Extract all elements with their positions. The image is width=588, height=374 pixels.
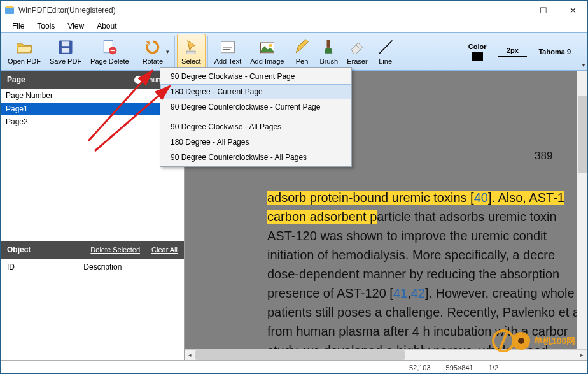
brush-label: Brush: [319, 57, 338, 65]
scrollbar-track[interactable]: [195, 350, 577, 361]
rotate-dropdown-arrow[interactable]: ▾: [166, 48, 172, 55]
rotate-180-all[interactable]: 180 Degree - All Pages: [160, 134, 351, 150]
rotate-90cw-current[interactable]: 90 Degree Clockwise - Current Page: [160, 69, 351, 84]
svg-rect-7: [111, 50, 115, 51]
menu-tools[interactable]: Tools: [31, 20, 61, 32]
rotate-90cw-all[interactable]: 90 Degree Clockwise - All Pages: [160, 119, 351, 134]
dropdown-separator: [164, 117, 347, 117]
page-delete-button[interactable]: Page Delete: [86, 34, 134, 69]
menu-bar: File Tools View About: [1, 20, 587, 32]
eraser-label: Eraser: [347, 57, 367, 65]
scrollbar-thumb[interactable]: [578, 96, 587, 173]
brush-button[interactable]: Brush: [315, 34, 342, 69]
horizontal-scrollbar[interactable]: ◂ ▸: [185, 349, 587, 360]
text-icon: [219, 38, 237, 56]
svg-rect-1: [6, 6, 13, 8]
svg-rect-15: [326, 40, 330, 48]
add-text-button[interactable]: Add Text: [210, 34, 246, 69]
scroll-right-icon[interactable]: ▸: [577, 350, 587, 361]
object-table-body: [1, 275, 184, 353]
clear-all-link[interactable]: Clear All: [151, 246, 178, 254]
pen-button[interactable]: Pen: [288, 34, 315, 69]
eraser-button[interactable]: Eraser: [342, 34, 372, 69]
toolbar: Open PDF Save PDF Page Delete Rotate ▾ S…: [1, 32, 587, 71]
vertical-scrollbar[interactable]: [577, 71, 587, 349]
status-page-dim: 595×841: [438, 364, 481, 371]
style-group: Color 2px Tahoma 9: [468, 43, 585, 61]
rotate-90ccw-all[interactable]: 90 Degree Counterclockwise - All Pages: [160, 150, 351, 165]
stroke-preview: [498, 56, 527, 57]
app-icon: [4, 5, 15, 15]
page-panel-header: Page Thumbnail: [1, 71, 184, 89]
scroll-left-icon[interactable]: ◂: [185, 350, 195, 361]
side-panel: Page Thumbnail Page Number Page1 Page2 O…: [1, 71, 185, 360]
select-button[interactable]: Select: [177, 34, 206, 69]
minimize-button[interactable]: —: [500, 1, 529, 20]
close-button[interactable]: ✕: [558, 1, 587, 20]
rotate-180-current[interactable]: 180 Degree - Current Page: [160, 84, 351, 99]
rotate-90ccw-current[interactable]: 90 Degree Counterclockwise - Current Pag…: [160, 99, 351, 115]
add-image-button[interactable]: Add Image: [246, 34, 288, 69]
menu-view[interactable]: View: [61, 20, 90, 32]
pen-label: Pen: [296, 57, 309, 65]
add-image-label: Add Image: [250, 57, 284, 65]
svg-rect-4: [62, 48, 69, 53]
menu-about[interactable]: About: [90, 20, 123, 32]
maximize-button[interactable]: ☐: [529, 1, 558, 20]
toolbar-separator: [207, 36, 208, 67]
save-pdf-button[interactable]: Save PDF: [45, 34, 86, 69]
svg-point-14: [269, 44, 272, 47]
color-picker[interactable]: Color: [468, 43, 487, 61]
thumbnail-radio[interactable]: [134, 76, 143, 84]
image-icon: [258, 38, 276, 56]
title-bar: WinPDFEditor(Unregistered) — ☐ ✕: [1, 1, 587, 20]
object-table: ID Description: [1, 259, 184, 275]
delete-selected-link[interactable]: Delete Selected: [90, 246, 140, 254]
window-title: WinPDFEditor(Unregistered): [18, 6, 500, 15]
text-line: dose-dependent manner by reducing the ab…: [267, 264, 559, 284]
text-line: presence of AST-120 [41,42]. However, cr…: [267, 284, 575, 303]
toolbar-separator: [174, 36, 175, 67]
folder-open-icon: [15, 38, 33, 56]
line-icon: [377, 38, 395, 56]
open-pdf-label: Open PDF: [8, 57, 41, 65]
stroke-picker[interactable]: 2px: [498, 47, 527, 57]
object-col-desc[interactable]: Description: [78, 260, 183, 274]
page-list-header[interactable]: Page Number: [1, 89, 184, 103]
brush-icon: [320, 38, 338, 56]
text-line: from human plasma after 4 h incubation w…: [267, 322, 568, 341]
font-picker[interactable]: Tahoma 9: [538, 48, 571, 55]
page-list-row[interactable]: Page2: [1, 115, 184, 128]
font-label: Tahoma 9: [538, 48, 571, 55]
line-button[interactable]: Line: [372, 34, 399, 69]
add-text-label: Add Text: [214, 57, 242, 65]
pen-icon: [293, 38, 311, 56]
rotate-dropdown: 90 Degree Clockwise - Current Page 180 D…: [160, 67, 352, 167]
svg-line-16: [379, 41, 392, 54]
eraser-icon: [348, 38, 366, 56]
page-list: Page Number Page1 Page2: [1, 89, 184, 241]
window-controls: — ☐ ✕: [500, 1, 587, 20]
page-delete-label: Page Delete: [90, 57, 129, 65]
text-line: initiation of hemodialysis. More specifi…: [267, 245, 555, 264]
text-line: carbon adsorbent particle that adsorbs u…: [267, 207, 557, 226]
status-cursor-pos: 52,103: [402, 364, 438, 371]
menu-file[interactable]: File: [6, 20, 31, 32]
line-label: Line: [379, 57, 392, 65]
save-icon: [57, 38, 74, 56]
rotate-icon: [144, 38, 162, 56]
open-pdf-button[interactable]: Open PDF: [3, 34, 45, 69]
object-col-id[interactable]: ID: [2, 260, 77, 274]
rotate-button[interactable]: Rotate: [138, 34, 167, 69]
rotate-label: Rotate: [143, 57, 163, 65]
page-delete-icon: [101, 38, 118, 56]
save-pdf-label: Save PDF: [50, 57, 81, 65]
toolbar-overflow-icon[interactable]: ▾: [582, 62, 585, 68]
color-label: Color: [468, 43, 487, 50]
stroke-label: 2px: [507, 47, 519, 54]
text-line: AST-120 was shown to improve the uremic …: [267, 226, 547, 245]
scrollbar-thumb[interactable]: [195, 350, 405, 360]
page-list-row[interactable]: Page1: [1, 103, 184, 115]
toolbar-separator: [136, 36, 136, 67]
select-label: Select: [181, 57, 201, 65]
